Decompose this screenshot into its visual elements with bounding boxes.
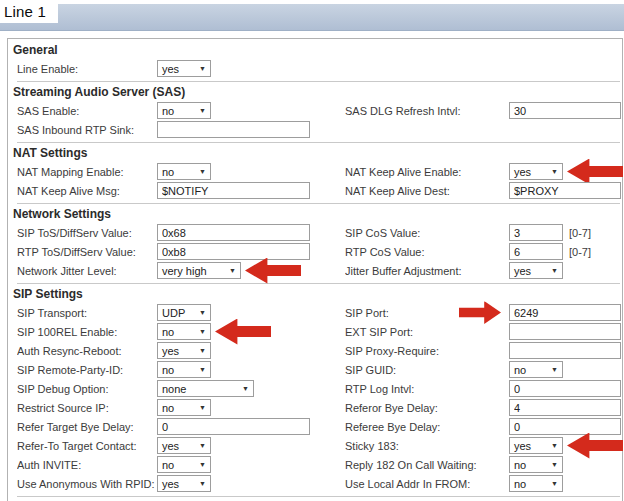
refer-target-bye-delay-input[interactable] bbox=[157, 418, 310, 435]
form-cell: Referor Bye Delay: bbox=[345, 398, 622, 417]
selected-value: yes bbox=[162, 478, 179, 490]
line-enable-label: Line Enable: bbox=[17, 63, 157, 75]
control-wrap bbox=[509, 323, 621, 340]
form-cell bbox=[345, 59, 622, 78]
sip-100rel-enable-select[interactable]: no▼ bbox=[157, 323, 211, 340]
selected-value: none bbox=[162, 383, 186, 395]
control-wrap: no▼ bbox=[157, 399, 211, 416]
selected-value: no bbox=[162, 166, 174, 178]
control-wrap: yes▼ bbox=[157, 475, 211, 492]
form-row: Network Jitter Level:very high▼Jitter Bu… bbox=[12, 261, 622, 280]
auth-resync-reboot-select[interactable]: yes▼ bbox=[157, 342, 211, 359]
sip-tos-diffserv-value-input[interactable] bbox=[157, 224, 310, 241]
chevron-down-icon: ▼ bbox=[551, 267, 558, 274]
jitter-buffer-adjustment-select[interactable]: yes▼ bbox=[509, 262, 563, 279]
nat-keep-alive-enable-label: NAT Keep Alive Enable: bbox=[345, 166, 509, 178]
control-wrap: no▼ bbox=[157, 361, 211, 378]
jitter-buffer-adjustment-label: Jitter Buffer Adjustment: bbox=[345, 265, 509, 277]
chevron-down-icon: ▼ bbox=[199, 328, 206, 335]
nat-keep-alive-dest-input[interactable] bbox=[509, 182, 621, 199]
rtp-cos-value-label: RTP CoS Value: bbox=[345, 246, 509, 258]
tab-line-1[interactable]: Line 1 bbox=[0, 0, 58, 23]
auth-invite-select[interactable]: no▼ bbox=[157, 456, 211, 473]
form-row: SAS Enable:no▼SAS DLG Refresh Intvl: bbox=[12, 101, 622, 120]
form-row: SIP Remote-Party-ID:no▼SIP GUID:no▼ bbox=[12, 360, 622, 379]
control-wrap: no▼ bbox=[157, 102, 211, 119]
control-wrap bbox=[157, 418, 310, 435]
referor-bye-delay-input[interactable] bbox=[509, 399, 621, 416]
chevron-down-icon: ▼ bbox=[242, 385, 249, 392]
form-row: Line Enable:yes▼ bbox=[12, 59, 622, 78]
nat-keep-alive-msg-input[interactable] bbox=[157, 182, 310, 199]
sip-transport-label: SIP Transport: bbox=[17, 307, 157, 319]
chevron-down-icon: ▼ bbox=[199, 107, 206, 114]
control-wrap bbox=[509, 102, 621, 119]
form-cell: SIP GUID:no▼ bbox=[345, 360, 622, 379]
form-cell: SIP Debug Option:none▼ bbox=[17, 379, 345, 398]
refer-to-target-contact-select[interactable]: yes▼ bbox=[157, 437, 211, 454]
ext-sip-port-input[interactable] bbox=[509, 323, 621, 340]
referor-bye-delay-label: Referor Bye Delay: bbox=[345, 402, 509, 414]
use-local-addr-in-from-select[interactable]: no▼ bbox=[509, 475, 563, 492]
nat-mapping-enable-select[interactable]: no▼ bbox=[157, 163, 211, 180]
sip-port-input[interactable] bbox=[509, 304, 621, 321]
sip-100rel-enable-label: SIP 100REL Enable: bbox=[17, 326, 157, 338]
form-row: SIP 100REL Enable:no▼EXT SIP Port: bbox=[12, 322, 622, 341]
control-wrap: no▼ bbox=[509, 475, 563, 492]
refer-target-bye-delay-label: Refer Target Bye Delay: bbox=[17, 421, 157, 433]
sip-proxy-require-input[interactable] bbox=[509, 342, 621, 359]
form-row: NAT Mapping Enable:no▼NAT Keep Alive Ena… bbox=[12, 162, 622, 181]
form-cell: Restrict Source IP:no▼ bbox=[17, 398, 345, 417]
control-wrap: no▼ bbox=[509, 361, 563, 378]
referee-bye-delay-label: Referee Bye Delay: bbox=[345, 421, 509, 433]
sas-dlg-refresh-intvl-input[interactable] bbox=[509, 102, 621, 119]
sas-inbound-rtp-sink-input[interactable] bbox=[157, 121, 310, 138]
sip-guid-select[interactable]: no▼ bbox=[509, 361, 563, 378]
control-wrap: no▼ bbox=[157, 323, 211, 340]
line-enable-select[interactable]: yes▼ bbox=[157, 60, 211, 77]
network-jitter-level-select[interactable]: very high▼ bbox=[157, 262, 241, 279]
sas-inbound-rtp-sink-label: SAS Inbound RTP Sink: bbox=[17, 124, 157, 136]
form-row: SIP Transport:UDP▼SIP Port: bbox=[12, 303, 622, 322]
network-jitter-level-label: Network Jitter Level: bbox=[17, 265, 157, 277]
sticky-183-select[interactable]: yes▼ bbox=[509, 437, 563, 454]
control-wrap bbox=[509, 182, 621, 199]
selected-value: yes bbox=[162, 63, 179, 75]
control-wrap: yes▼ bbox=[157, 437, 211, 454]
section-heading-streaming-audio-server-sas: Streaming Audio Server (SAS) bbox=[13, 85, 622, 99]
restrict-source-ip-select[interactable]: no▼ bbox=[157, 399, 211, 416]
nat-keep-alive-enable-select[interactable]: yes▼ bbox=[509, 163, 563, 180]
use-anonymous-with-rpid-select[interactable]: yes▼ bbox=[157, 475, 211, 492]
form-row: SAS Inbound RTP Sink: bbox=[12, 120, 622, 139]
selected-value: yes bbox=[514, 265, 531, 277]
auth-resync-reboot-label: Auth Resync-Reboot: bbox=[17, 345, 157, 357]
control-wrap bbox=[509, 380, 621, 397]
rtp-tos-diffserv-value-input[interactable] bbox=[157, 243, 310, 260]
sip-remote-party-id-select[interactable]: no▼ bbox=[157, 361, 211, 378]
selected-value: no bbox=[162, 105, 174, 117]
range-hint: [0-7] bbox=[569, 246, 591, 258]
control-wrap bbox=[509, 224, 563, 241]
sip-debug-option-select[interactable]: none▼ bbox=[157, 380, 254, 397]
chevron-down-icon: ▼ bbox=[199, 404, 206, 411]
reply-182-on-call-waiting-select[interactable]: no▼ bbox=[509, 456, 563, 473]
sip-transport-select[interactable]: UDP▼ bbox=[157, 304, 211, 321]
form-sections: GeneralLine Enable:yes▼Streaming Audio S… bbox=[12, 43, 622, 497]
control-wrap: yes▼ bbox=[509, 262, 563, 279]
nat-mapping-enable-label: NAT Mapping Enable: bbox=[17, 166, 157, 178]
form-cell: SIP ToS/DiffServ Value: bbox=[17, 223, 345, 242]
referee-bye-delay-input[interactable] bbox=[509, 418, 621, 435]
chevron-down-icon: ▼ bbox=[199, 480, 206, 487]
form-cell: Jitter Buffer Adjustment:yes▼ bbox=[345, 261, 622, 280]
form-cell: Referee Bye Delay: bbox=[345, 417, 622, 436]
settings-panel: GeneralLine Enable:yes▼Streaming Audio S… bbox=[7, 38, 623, 501]
section-divider bbox=[17, 203, 620, 204]
sip-cos-value-input[interactable] bbox=[509, 224, 563, 241]
sas-enable-select[interactable]: no▼ bbox=[157, 102, 211, 119]
control-wrap: yes▼ bbox=[157, 342, 211, 359]
use-anonymous-with-rpid-label: Use Anonymous With RPID: bbox=[17, 478, 157, 490]
rtp-cos-value-input[interactable] bbox=[509, 243, 563, 260]
rtp-log-intvl-input[interactable] bbox=[509, 380, 621, 397]
sip-cos-value-label: SIP CoS Value: bbox=[345, 227, 509, 239]
restrict-source-ip-label: Restrict Source IP: bbox=[17, 402, 157, 414]
